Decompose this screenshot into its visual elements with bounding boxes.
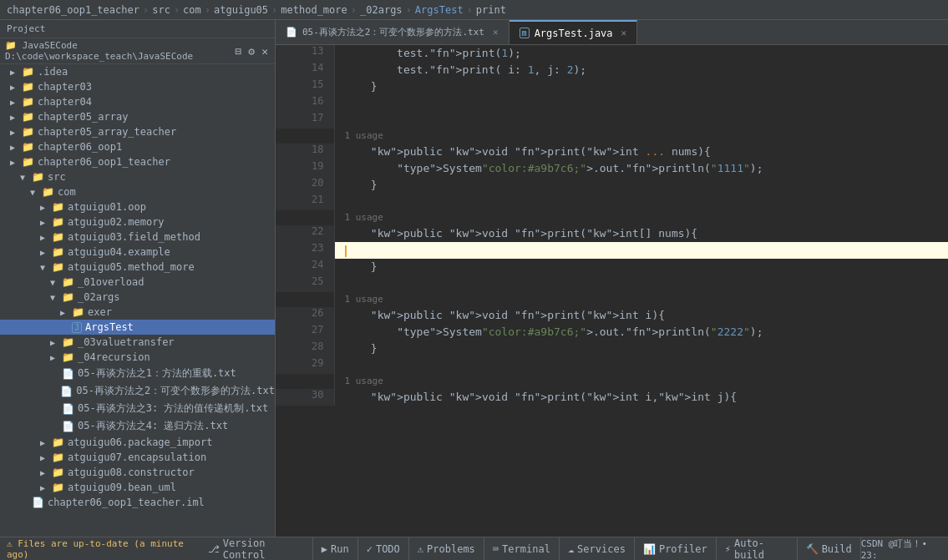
close-sidebar-icon[interactable]: ✕ xyxy=(260,43,270,59)
line-content[interactable]: "kw">public "kw">void "fn">print("kw">in… xyxy=(334,307,948,324)
breadcrumb-item-0[interactable]: chapter06_oop1_teacher xyxy=(7,4,139,16)
status-tab-auto-build[interactable]: ⚡ Auto-build xyxy=(717,537,798,560)
sidebar-item-txt3[interactable]: 📄05-再谈方法之3: 方法的值传递机制.txt xyxy=(0,400,275,417)
folder-arrow: ▶ xyxy=(40,483,52,492)
line-number: 26 xyxy=(292,307,334,324)
tab-txt[interactable]: 📄 05-再谈方法之2：可变个数形参的方法.txt ✕ xyxy=(276,20,509,44)
status-tab-build[interactable]: 🔨 Build xyxy=(798,537,861,560)
code-editor[interactable]: 13 test."fn">print(1);14 test."fn">print… xyxy=(276,45,948,537)
line-content[interactable]: test."fn">print(1); xyxy=(334,45,948,62)
settings-icon[interactable]: ⚙ xyxy=(246,43,256,59)
sidebar-item-idea[interactable]: ▶📁.idea xyxy=(0,64,275,79)
sidebar-item-atguigu02[interactable]: ▶📁atguigu02.memory xyxy=(0,214,275,230)
line-content[interactable]: } xyxy=(334,259,948,275)
sidebar-toolbar: 📁 JavaSECode D:\code\workspace_teach\Jav… xyxy=(0,38,275,64)
sidebar-item-txt1[interactable]: 📄05-再谈方法之1：方法的重载.txt xyxy=(0,365,275,382)
breadcrumb-item-2[interactable]: com xyxy=(183,4,201,16)
code-line-22: 22 "kw">public "kw">void "fn">print("kw"… xyxy=(276,225,948,242)
sidebar-item-atguigu01[interactable]: ▶📁atguigu01.oop xyxy=(0,199,275,214)
tab-java-close[interactable]: ✕ xyxy=(621,28,627,38)
status-tab-vcs[interactable]: ⎇ Version Control xyxy=(200,537,313,560)
sidebar-item-chapter03[interactable]: ▶📁chapter03 xyxy=(0,79,275,94)
sidebar-item-chapter06_oop1[interactable]: ▶📁chapter06_oop1 xyxy=(0,139,275,154)
tree-item-label: com xyxy=(58,186,76,198)
breadcrumb-item-6[interactable]: ArgsTest xyxy=(415,4,464,16)
line-content[interactable]: } xyxy=(334,177,948,194)
tree-item-label: chapter06_oop1 xyxy=(38,141,122,153)
line-number: 30 xyxy=(292,389,334,406)
sidebar-item-atguigu09[interactable]: ▶📁atguigu09.bean_uml xyxy=(0,480,275,495)
line-content[interactable]: "kw">public "kw">void "fn">print("kw">in… xyxy=(334,225,948,242)
line-number: 19 xyxy=(292,160,334,177)
line-number: 14 xyxy=(292,62,334,78)
tree-item-label: ArgsTest xyxy=(85,321,134,333)
line-content[interactable]: "kw">public "kw">void "fn">print("kw">in… xyxy=(334,144,948,160)
line-gutter xyxy=(276,45,292,62)
sidebar-item-chapter06_iml[interactable]: 📄chapter06_oop1_teacher.iml xyxy=(0,495,275,510)
status-tab-problems[interactable]: ⚠ Problems xyxy=(409,537,484,560)
sidebar-item-atguigu06[interactable]: ▶📁atguigu06.package_import xyxy=(0,435,275,450)
tree-item-label: src xyxy=(48,171,66,183)
sidebar-item-exer[interactable]: ▶📁exer xyxy=(0,305,275,320)
status-tab-terminal[interactable]: ⌨ Terminal xyxy=(484,537,560,560)
usage-label: 1 usage xyxy=(334,292,948,307)
sidebar-item-atguigu04[interactable]: ▶📁atguigu04.example xyxy=(0,245,275,260)
breadcrumb-item-5[interactable]: _02args xyxy=(360,4,403,16)
breadcrumb-item-7[interactable]: print xyxy=(476,4,506,16)
sidebar-item-_04recursion[interactable]: ▶📁_04recursion xyxy=(0,350,275,365)
sidebar-item-atguigu03[interactable]: ▶📁atguigu03.field_method xyxy=(0,230,275,245)
sidebar-item-_03valuetransfer[interactable]: ▶📁_03valuetransfer xyxy=(0,335,275,350)
breadcrumb-item-1[interactable]: src xyxy=(152,4,170,16)
breadcrumb-item-4[interactable]: method_more xyxy=(281,4,347,16)
line-content[interactable] xyxy=(334,95,948,112)
line-content[interactable] xyxy=(334,112,948,129)
sidebar-item-_01overload[interactable]: ▼📁_01overload xyxy=(0,275,275,290)
sidebar-item-txt2[interactable]: 📄05-再谈方法之2：可变个数形参的方法.txt xyxy=(0,382,275,400)
folder-icon: 📁 xyxy=(52,201,64,213)
status-tab-services[interactable]: ☁ Services xyxy=(560,537,635,560)
sidebar-item-chapter05_array[interactable]: ▶📁chapter05_array xyxy=(0,109,275,124)
collapse-all-icon[interactable]: ⊟ xyxy=(234,43,244,59)
folder-icon: 📁 xyxy=(62,336,74,348)
line-content[interactable] xyxy=(334,275,948,292)
line-content[interactable] xyxy=(334,242,948,259)
line-gutter xyxy=(276,194,292,210)
code-line-25: 25 xyxy=(276,275,948,292)
status-tab-profiler[interactable]: 📊 Profiler xyxy=(635,537,717,560)
usage-row: 1 usage xyxy=(276,292,948,307)
line-number: 28 xyxy=(292,341,334,357)
sidebar-item-atguigu07[interactable]: ▶📁atguigu07.encapsulation xyxy=(0,450,275,465)
folder-icon: 📁 xyxy=(52,482,64,493)
sidebar-item-atguigu08[interactable]: ▶📁atguigu08.constructor xyxy=(0,465,275,480)
code-line-29: 29 xyxy=(276,357,948,374)
sidebar-item-chapter05_array_teacher[interactable]: ▶📁chapter05_array_teacher xyxy=(0,124,275,139)
sidebar-toolbar-icons: ⊟ ⚙ ✕ xyxy=(234,43,270,59)
sidebar-item-txt4[interactable]: 📄05-再谈方法之4: 递归方法.txt xyxy=(0,417,275,435)
line-content[interactable] xyxy=(334,194,948,210)
line-content[interactable]: "type">System"color:#a9b7c6;">.out."fn">… xyxy=(334,324,948,341)
sidebar-item-chapter06_oop1_teacher[interactable]: ▶📁chapter06_oop1_teacher xyxy=(0,154,275,169)
tree-item-label: 05-再谈方法之2：可变个数形参的方法.txt xyxy=(76,384,275,398)
sidebar-item-src[interactable]: ▼📁src xyxy=(0,169,275,184)
line-content[interactable]: "type">System"color:#a9b7c6;">.out."fn">… xyxy=(334,160,948,177)
status-tab-todo[interactable]: ✓ TODO xyxy=(358,537,409,560)
tab-java[interactable]: m ArgsTest.java ✕ xyxy=(509,20,638,44)
sidebar-item-ArgsTest[interactable]: JArgsTest xyxy=(0,320,275,335)
tab-txt-close[interactable]: ✕ xyxy=(493,27,499,38)
sidebar-item-chapter04[interactable]: ▶📁chapter04 xyxy=(0,94,275,109)
line-content[interactable]: test."fn">print( i: 1, j: 2); xyxy=(334,62,948,78)
folder-arrow: ▶ xyxy=(50,353,62,362)
line-content[interactable]: "kw">public "kw">void "fn">print("kw">in… xyxy=(334,389,948,406)
sidebar-item-com[interactable]: ▼📁com xyxy=(0,184,275,199)
root-folder-icon: 📁 xyxy=(5,40,17,51)
breadcrumb-item-3[interactable]: atguigu05 xyxy=(214,4,268,16)
sidebar-item-atguigu05[interactable]: ▼📁atguigu05.method_more xyxy=(0,260,275,275)
status-tab-run[interactable]: ▶ Run xyxy=(313,537,358,560)
line-content[interactable]: } xyxy=(334,78,948,95)
line-content[interactable] xyxy=(334,357,948,374)
sidebar-item-_02args[interactable]: ▼📁_02args xyxy=(0,290,275,305)
line-content[interactable]: } xyxy=(334,341,948,357)
line-number: 29 xyxy=(292,357,334,374)
line-gutter xyxy=(276,307,292,324)
folder-icon: 📁 xyxy=(22,111,34,123)
